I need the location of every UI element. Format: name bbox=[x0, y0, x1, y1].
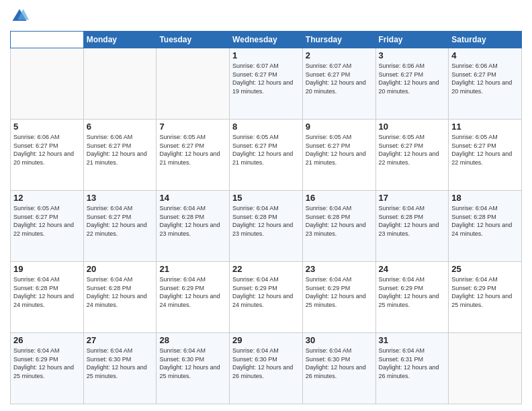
day-number: 29 bbox=[232, 335, 300, 345]
cell-info: Sunrise: 6:04 AMSunset: 6:28 PMDaylight:… bbox=[451, 204, 519, 238]
calendar-cell: 18Sunrise: 6:04 AMSunset: 6:28 PMDayligh… bbox=[449, 191, 522, 262]
day-number: 22 bbox=[232, 264, 300, 274]
day-number: 20 bbox=[87, 264, 154, 274]
calendar-cell: 13Sunrise: 6:04 AMSunset: 6:27 PMDayligh… bbox=[83, 191, 157, 262]
calendar-cell: 29Sunrise: 6:04 AMSunset: 6:30 PMDayligh… bbox=[230, 333, 303, 404]
cell-info: Sunrise: 6:04 AMSunset: 6:28 PMDaylight:… bbox=[306, 204, 373, 238]
day-number: 21 bbox=[159, 264, 226, 274]
col-header-monday: Monday bbox=[83, 32, 157, 48]
col-header-tuesday: Tuesday bbox=[157, 32, 230, 48]
cell-info: Sunrise: 6:07 AMSunset: 6:27 PMDaylight:… bbox=[232, 62, 300, 95]
calendar-cell: 24Sunrise: 6:04 AMSunset: 6:29 PMDayligh… bbox=[375, 262, 449, 333]
calendar-cell: 23Sunrise: 6:04 AMSunset: 6:29 PMDayligh… bbox=[302, 262, 375, 333]
cell-info: Sunrise: 6:04 AMSunset: 6:30 PMDaylight:… bbox=[87, 347, 154, 380]
calendar-cell: 17Sunrise: 6:04 AMSunset: 6:28 PMDayligh… bbox=[375, 191, 449, 262]
calendar-cell: 20Sunrise: 6:04 AMSunset: 6:28 PMDayligh… bbox=[83, 262, 157, 333]
cell-info: Sunrise: 6:07 AMSunset: 6:27 PMDaylight:… bbox=[306, 62, 373, 95]
cell-info: Sunrise: 6:04 AMSunset: 6:29 PMDaylight:… bbox=[13, 347, 81, 380]
day-number: 8 bbox=[232, 122, 300, 132]
logo-icon bbox=[10, 7, 29, 26]
cell-info: Sunrise: 6:04 AMSunset: 6:28 PMDaylight:… bbox=[232, 204, 300, 238]
day-number: 1 bbox=[232, 50, 300, 60]
cell-info: Sunrise: 6:04 AMSunset: 6:31 PMDaylight:… bbox=[379, 347, 446, 380]
cell-info: Sunrise: 6:05 AMSunset: 6:27 PMDaylight:… bbox=[159, 133, 226, 167]
day-number: 19 bbox=[13, 264, 81, 274]
day-number: 10 bbox=[379, 122, 446, 132]
col-header-wednesday: Wednesday bbox=[230, 32, 303, 48]
cell-info: Sunrise: 6:04 AMSunset: 6:30 PMDaylight:… bbox=[306, 347, 373, 380]
calendar-cell: 5Sunrise: 6:06 AMSunset: 6:27 PMDaylight… bbox=[11, 120, 84, 191]
cell-info: Sunrise: 6:06 AMSunset: 6:27 PMDaylight:… bbox=[379, 62, 446, 95]
day-number: 4 bbox=[451, 50, 519, 60]
calendar-cell bbox=[83, 48, 157, 120]
cell-info: Sunrise: 6:04 AMSunset: 6:28 PMDaylight:… bbox=[87, 275, 154, 309]
calendar-cell: 27Sunrise: 6:04 AMSunset: 6:30 PMDayligh… bbox=[83, 333, 157, 404]
cell-info: Sunrise: 6:05 AMSunset: 6:27 PMDaylight:… bbox=[232, 133, 300, 167]
cell-info: Sunrise: 6:06 AMSunset: 6:27 PMDaylight:… bbox=[87, 133, 154, 167]
day-number: 12 bbox=[13, 193, 81, 203]
calendar-cell: 28Sunrise: 6:04 AMSunset: 6:30 PMDayligh… bbox=[157, 333, 230, 404]
calendar-cell: 19Sunrise: 6:04 AMSunset: 6:28 PMDayligh… bbox=[11, 262, 84, 333]
day-number: 16 bbox=[306, 193, 373, 203]
cell-info: Sunrise: 6:04 AMSunset: 6:29 PMDaylight:… bbox=[232, 275, 300, 309]
calendar-cell: 11Sunrise: 6:05 AMSunset: 6:27 PMDayligh… bbox=[449, 120, 522, 191]
calendar-cell: 30Sunrise: 6:04 AMSunset: 6:30 PMDayligh… bbox=[302, 333, 375, 404]
calendar-cell: 1Sunrise: 6:07 AMSunset: 6:27 PMDaylight… bbox=[230, 48, 303, 120]
cell-info: Sunrise: 6:05 AMSunset: 6:27 PMDaylight:… bbox=[13, 204, 81, 238]
cell-info: Sunrise: 6:04 AMSunset: 6:30 PMDaylight:… bbox=[159, 347, 226, 380]
col-header-saturday: Saturday bbox=[449, 32, 522, 48]
day-number: 9 bbox=[306, 122, 373, 132]
calendar-cell: 12Sunrise: 6:05 AMSunset: 6:27 PMDayligh… bbox=[11, 191, 84, 262]
cell-info: Sunrise: 6:04 AMSunset: 6:30 PMDaylight:… bbox=[232, 347, 300, 380]
calendar-cell: 16Sunrise: 6:04 AMSunset: 6:28 PMDayligh… bbox=[302, 191, 375, 262]
day-number: 2 bbox=[306, 50, 373, 60]
day-number: 7 bbox=[159, 122, 226, 132]
calendar-cell bbox=[449, 333, 522, 404]
day-number: 26 bbox=[13, 335, 81, 345]
col-header-friday: Friday bbox=[375, 32, 449, 48]
cell-info: Sunrise: 6:04 AMSunset: 6:29 PMDaylight:… bbox=[451, 275, 519, 309]
cell-info: Sunrise: 6:05 AMSunset: 6:27 PMDaylight:… bbox=[379, 133, 446, 167]
day-number: 27 bbox=[87, 335, 154, 345]
day-number: 14 bbox=[159, 193, 226, 203]
cell-info: Sunrise: 6:05 AMSunset: 6:27 PMDaylight:… bbox=[306, 133, 373, 167]
calendar-cell: 14Sunrise: 6:04 AMSunset: 6:28 PMDayligh… bbox=[157, 191, 230, 262]
cell-info: Sunrise: 6:06 AMSunset: 6:27 PMDaylight:… bbox=[13, 133, 81, 167]
calendar-cell: 2Sunrise: 6:07 AMSunset: 6:27 PMDaylight… bbox=[302, 48, 375, 120]
calendar-cell: 22Sunrise: 6:04 AMSunset: 6:29 PMDayligh… bbox=[230, 262, 303, 333]
day-number: 24 bbox=[379, 264, 446, 274]
day-number: 31 bbox=[379, 335, 446, 345]
calendar-page: SundayMondayTuesdayWednesdayThursdayFrid… bbox=[0, 0, 532, 411]
calendar-cell: 6Sunrise: 6:06 AMSunset: 6:27 PMDaylight… bbox=[83, 120, 157, 191]
cell-info: Sunrise: 6:05 AMSunset: 6:27 PMDaylight:… bbox=[451, 133, 519, 167]
calendar-cell: 21Sunrise: 6:04 AMSunset: 6:29 PMDayligh… bbox=[157, 262, 230, 333]
day-number: 5 bbox=[13, 122, 81, 132]
day-number: 25 bbox=[451, 264, 519, 274]
cell-info: Sunrise: 6:04 AMSunset: 6:28 PMDaylight:… bbox=[159, 204, 226, 238]
day-number: 18 bbox=[451, 193, 519, 203]
cell-info: Sunrise: 6:04 AMSunset: 6:28 PMDaylight:… bbox=[379, 204, 446, 238]
cell-info: Sunrise: 6:04 AMSunset: 6:29 PMDaylight:… bbox=[306, 275, 373, 309]
calendar-cell: 7Sunrise: 6:05 AMSunset: 6:27 PMDaylight… bbox=[157, 120, 230, 191]
calendar-cell: 4Sunrise: 6:06 AMSunset: 6:27 PMDaylight… bbox=[449, 48, 522, 120]
day-number: 30 bbox=[306, 335, 373, 345]
calendar-table: SundayMondayTuesdayWednesdayThursdayFrid… bbox=[10, 31, 522, 404]
calendar-cell: 8Sunrise: 6:05 AMSunset: 6:27 PMDaylight… bbox=[230, 120, 303, 191]
calendar-cell: 3Sunrise: 6:06 AMSunset: 6:27 PMDaylight… bbox=[375, 48, 449, 120]
day-number: 3 bbox=[379, 50, 446, 60]
day-number: 15 bbox=[232, 193, 300, 203]
calendar-cell bbox=[11, 48, 84, 120]
page-header bbox=[10, 7, 522, 26]
cell-info: Sunrise: 6:04 AMSunset: 6:29 PMDaylight:… bbox=[159, 275, 226, 309]
calendar-cell: 9Sunrise: 6:05 AMSunset: 6:27 PMDaylight… bbox=[302, 120, 375, 191]
day-number: 13 bbox=[87, 193, 154, 203]
cell-info: Sunrise: 6:06 AMSunset: 6:27 PMDaylight:… bbox=[451, 62, 519, 95]
col-header-sunday: Sunday bbox=[11, 32, 84, 48]
calendar-cell bbox=[157, 48, 230, 120]
logo bbox=[10, 7, 32, 26]
day-number: 17 bbox=[379, 193, 446, 203]
cell-info: Sunrise: 6:04 AMSunset: 6:29 PMDaylight:… bbox=[379, 275, 446, 309]
calendar-cell: 25Sunrise: 6:04 AMSunset: 6:29 PMDayligh… bbox=[449, 262, 522, 333]
calendar-cell: 26Sunrise: 6:04 AMSunset: 6:29 PMDayligh… bbox=[11, 333, 84, 404]
calendar-cell: 31Sunrise: 6:04 AMSunset: 6:31 PMDayligh… bbox=[375, 333, 449, 404]
